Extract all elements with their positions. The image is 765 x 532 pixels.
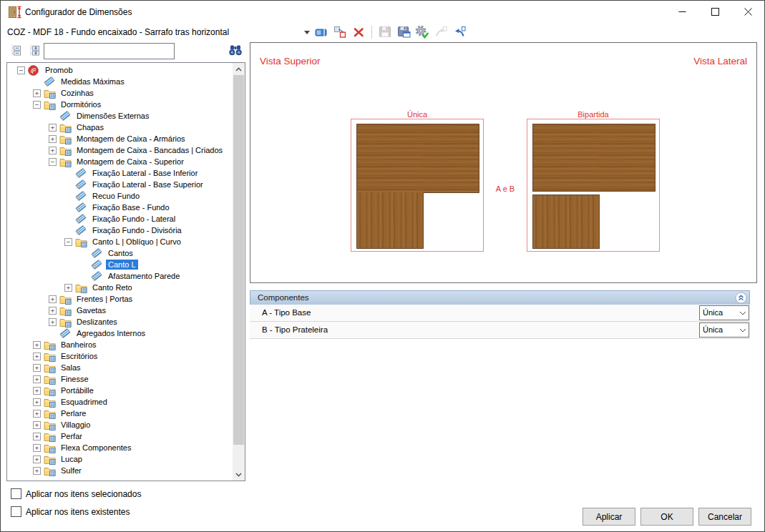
close-button[interactable] xyxy=(731,1,764,23)
tree-expander-plus-icon[interactable]: + xyxy=(33,364,41,372)
tree-item[interactable]: +Escritórios xyxy=(7,350,233,362)
collapse-section-icon[interactable] xyxy=(735,292,747,304)
copy-item-icon[interactable] xyxy=(333,25,347,39)
link-page-icon[interactable] xyxy=(452,25,467,39)
tree-item[interactable]: +Portábille xyxy=(7,385,233,396)
tree-expander-plus-icon[interactable]: + xyxy=(33,89,41,97)
tree-expander-plus-icon[interactable]: + xyxy=(33,398,41,406)
tree-item[interactable]: Agregados Internos xyxy=(7,327,233,339)
tree-expander-plus-icon[interactable]: + xyxy=(64,284,72,292)
component-label: B - Tipo Prateleira xyxy=(262,325,328,334)
tree-item[interactable]: Fixação Fundo - Lateral xyxy=(7,213,233,225)
tree-item-label: Fixação Lateral - Base Superior xyxy=(90,179,205,189)
tree-expander-plus-icon[interactable]: + xyxy=(33,455,41,463)
tree-item[interactable]: +Montagem de Caixa - Armários xyxy=(7,133,233,144)
tree-item-label: Deslizantes xyxy=(74,317,120,327)
tree-item[interactable]: +Sulfer xyxy=(7,465,233,476)
tree-expander-plus-icon[interactable]: + xyxy=(33,341,41,349)
tree-item-label: Dormitórios xyxy=(59,99,103,109)
tree-item[interactable]: Canto L xyxy=(7,259,233,270)
checkbox-box[interactable] xyxy=(11,488,21,499)
delete-icon[interactable] xyxy=(351,25,366,39)
tree-item[interactable]: +Lucap xyxy=(7,453,233,465)
tree-expander-minus-icon[interactable]: − xyxy=(64,238,72,246)
maximize-button[interactable] xyxy=(698,1,731,23)
tree-item[interactable]: −Montagem de Caixa - Superior xyxy=(7,156,233,167)
tree-expander-plus-icon[interactable]: + xyxy=(33,375,41,383)
expand-all-icon[interactable] xyxy=(29,44,40,60)
collapse-all-icon[interactable] xyxy=(11,44,21,60)
scroll-down-icon[interactable] xyxy=(233,468,245,481)
tree-expander-plus-icon[interactable]: + xyxy=(33,433,41,440)
save-as-icon[interactable] xyxy=(396,25,411,39)
tree-item[interactable]: +Esquadrimed xyxy=(7,396,233,408)
apply-gear-check-icon[interactable] xyxy=(415,25,429,39)
tree-item[interactable]: Fixação Lateral - Base Inferior xyxy=(7,167,233,179)
tree-item[interactable]: Afastamento Parede xyxy=(7,270,233,282)
tree-expander-plus-icon[interactable]: + xyxy=(33,387,41,395)
checkbox-box[interactable] xyxy=(11,506,21,517)
tree-item[interactable]: −Canto L | Oblíquo | Curvo xyxy=(7,236,233,247)
dropdown-arrow-icon[interactable] xyxy=(304,31,310,34)
tree-item[interactable]: Fixação Fundo - Divisória xyxy=(7,225,233,236)
tag-icon xyxy=(75,202,88,213)
tree-expander-plus-icon[interactable]: + xyxy=(33,421,41,429)
tree-item[interactable]: +Salas xyxy=(7,362,233,373)
tree-item[interactable]: Fixação Base - Fundo xyxy=(7,202,233,213)
rename-icon[interactable] xyxy=(314,25,328,39)
tree-expander-minus-icon[interactable]: − xyxy=(17,66,25,74)
binoculars-search-icon[interactable] xyxy=(228,44,243,59)
tree-item[interactable]: Recuo Fundo xyxy=(7,190,233,202)
tree-item[interactable]: +Villaggio xyxy=(7,419,233,430)
tree-item[interactable]: +Finesse xyxy=(7,373,233,385)
ok-button[interactable]: OK xyxy=(640,508,693,526)
apply-selected-items-checkbox[interactable]: Aplicar nos itens selecionados xyxy=(11,488,141,499)
component-select[interactable]: Única xyxy=(699,322,749,338)
tree-item[interactable]: Dimensões Externas xyxy=(7,110,233,122)
tree-item[interactable]: −Dormitórios xyxy=(7,99,233,110)
tree-item[interactable]: +Perlare xyxy=(7,408,233,419)
tree-item[interactable]: +Montagem de Caixa - Bancadas | Criados xyxy=(7,144,233,156)
tree-expander-plus-icon[interactable]: + xyxy=(49,147,57,154)
folder-icon xyxy=(44,443,57,453)
cancel-button[interactable]: Cancelar xyxy=(698,508,751,526)
tree-item[interactable]: +Banheiros xyxy=(7,339,233,350)
tree-item[interactable]: +Gavetas xyxy=(7,305,233,316)
tree-item[interactable]: Fixação Lateral - Base Superior xyxy=(7,179,233,190)
tree-item[interactable]: +Chapas xyxy=(7,122,233,133)
tree-expander-minus-icon[interactable]: − xyxy=(33,101,41,109)
tree-item[interactable]: +Frentes | Portas xyxy=(7,293,233,305)
tree-item[interactable]: +Flexa Componentes xyxy=(7,442,233,453)
configuration-combobox[interactable]: COZ - MDF 18 - Fundo encaixado - Sarrafo… xyxy=(7,27,229,37)
components-title: Componentes xyxy=(258,293,309,302)
search-input[interactable] xyxy=(44,43,175,59)
tree-item[interactable]: −Promob xyxy=(7,64,233,76)
apply-existing-items-checkbox[interactable]: Aplicar nos itens existentes xyxy=(11,506,130,517)
component-select[interactable]: Única xyxy=(699,305,749,320)
tree-item[interactable]: +Perfar xyxy=(7,430,233,442)
tree-expander-plus-icon[interactable]: + xyxy=(49,307,57,315)
tree-item[interactable]: +Deslizantes xyxy=(7,316,233,327)
tree-expander-minus-icon[interactable]: − xyxy=(49,158,57,166)
tree-expander-plus-icon[interactable]: + xyxy=(49,124,57,132)
tree-expander-plus-icon[interactable]: + xyxy=(33,353,41,360)
apply-button[interactable]: Aplicar xyxy=(583,508,635,526)
tree-expander-plus-icon[interactable]: + xyxy=(33,467,41,475)
tree-expander-plus-icon[interactable]: + xyxy=(33,444,41,452)
tree-item-label: Esquadrimed xyxy=(59,397,109,407)
scrollbar-thumb[interactable] xyxy=(233,75,244,445)
tree-expander-plus-icon[interactable]: + xyxy=(49,318,57,326)
tree-item[interactable]: Cantos xyxy=(7,247,233,259)
tree-scrollbar[interactable] xyxy=(233,63,245,481)
folder-icon xyxy=(75,237,88,247)
tree-item-label: Chapas xyxy=(74,122,106,132)
tree-item[interactable]: Medidas Máximas xyxy=(7,76,233,87)
tree-expander-plus-icon[interactable]: + xyxy=(49,135,57,143)
tree-expander-plus-icon[interactable]: + xyxy=(33,410,41,418)
minimize-button[interactable] xyxy=(666,1,698,23)
tree-expander-plus-icon[interactable]: + xyxy=(49,295,57,303)
scroll-up-icon[interactable] xyxy=(233,63,245,75)
tree-item[interactable]: +Canto Reto xyxy=(7,282,233,293)
chevron-down-icon xyxy=(739,311,746,315)
tree-item[interactable]: +Cozinhas xyxy=(7,87,233,99)
